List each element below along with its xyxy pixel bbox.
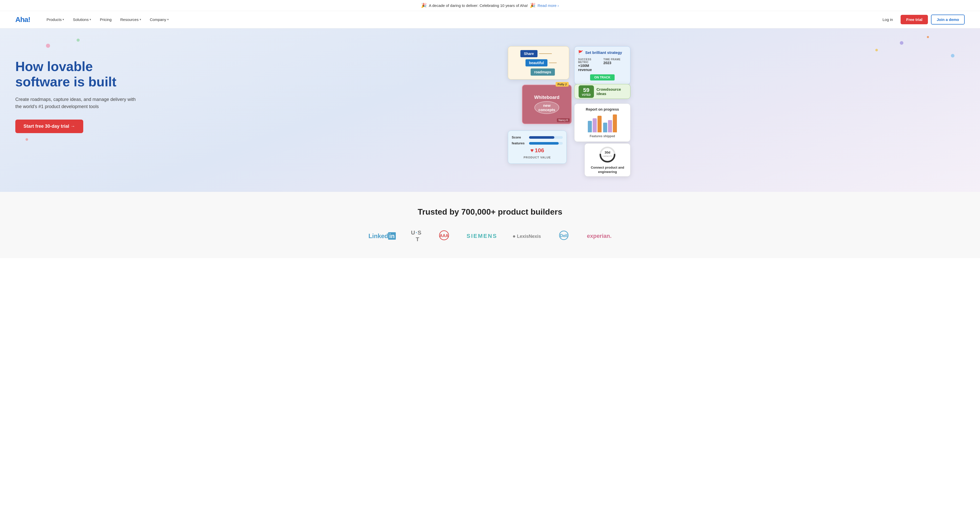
chevron-down-icon: ▾ — [62, 18, 64, 21]
svg-text:30d: 30d — [605, 150, 610, 154]
roadmap-items: Share beautiful roadmaps — [520, 50, 557, 76]
whiteboard-card: Polly J Whiteboard new concepts Nancy K — [522, 85, 572, 124]
chevron-down-icon: ▾ — [90, 18, 91, 21]
flag-icon: 🚩 — [578, 50, 583, 55]
svg-text:CAPACITY: CAPACITY — [602, 155, 612, 157]
nav-pricing[interactable]: Pricing — [96, 15, 115, 24]
logo-ust: U·ST — [411, 230, 422, 243]
capacity-dial: 30d CAPACITY — [598, 146, 616, 164]
nav-resources[interactable]: Resources ▾ — [117, 15, 145, 24]
login-button[interactable]: Log in — [878, 15, 897, 24]
chevron-down-icon: ▾ — [167, 18, 169, 21]
svg-text:AAA: AAA — [440, 233, 449, 238]
chevron-down-icon: ▾ — [140, 18, 141, 21]
on-track-badge: ON TRACK — [590, 74, 614, 80]
roadmap-tag-roadmaps: roadmaps — [531, 69, 555, 76]
cta-button[interactable]: Start free 30-day trial → — [15, 120, 83, 133]
svg-text:Dell: Dell — [560, 233, 568, 238]
roadmap-tag-beautiful: beautiful — [525, 59, 547, 67]
strategy-card: 🚩 Set brilliant strategy SUCCESS METRIC … — [574, 46, 630, 84]
report-title: Report on progress — [578, 107, 627, 112]
ui-cards-container: Share beautiful roadmaps Polly J Whitebo… — [508, 46, 630, 169]
logo-siemens: SIEMENS — [466, 233, 497, 239]
bar-2 — [593, 118, 597, 132]
voted-count: 59 VOTED — [579, 85, 594, 98]
wb-subtitle: new concepts — [535, 101, 560, 114]
trusted-title: Trusted by 700,000+ product builders — [15, 207, 965, 217]
free-trial-button[interactable]: Free trial — [900, 15, 928, 24]
wb-title: Whiteboard — [534, 95, 560, 100]
hero-right: Share beautiful roadmaps Polly J Whitebo… — [173, 44, 965, 171]
nav-solutions[interactable]: Solutions ▾ — [69, 15, 95, 24]
score-row-2: features — [512, 141, 563, 145]
score-bar-bg-2 — [529, 142, 563, 145]
bar-5 — [608, 120, 612, 132]
score-value: ♥ 106 — [512, 147, 563, 154]
report-subtitle: Features shipped — [578, 134, 627, 138]
bar-6 — [613, 115, 617, 132]
bar-4 — [603, 123, 607, 132]
decorative-dot — [46, 44, 50, 48]
trusted-section: Trusted by 700,000+ product builders Lin… — [0, 192, 980, 258]
wb-nancy-badge: Nancy K — [557, 118, 570, 122]
crowdsource-label: Crowdsource ideas — [597, 87, 626, 96]
connect-card: 30d CAPACITY Connect product and enginee… — [584, 144, 630, 177]
nav-items: Products ▾ Solutions ▾ Pricing Resources… — [43, 15, 868, 24]
nav-company[interactable]: Company ▾ — [146, 15, 172, 24]
strategy-grid: SUCCESS METRIC +100M revenue TIME FRAME … — [578, 58, 627, 72]
logo-aaa: AAA — [437, 230, 451, 242]
read-more-link[interactable]: Read more › — [538, 3, 559, 8]
report-chart — [578, 115, 627, 132]
product-value-label: PRODUCT VALUE — [512, 156, 563, 159]
score-bar-bg-1 — [529, 136, 563, 139]
join-demo-button[interactable]: Join a demo — [931, 14, 965, 24]
announcement-emoji-right: 🎉 — [530, 3, 535, 8]
announcement-text: A decade of daring to deliver: Celebrati… — [429, 3, 528, 8]
hero-title: How lovable software is built — [15, 59, 173, 90]
announcement-bar: 🎉 A decade of daring to deliver: Celebra… — [0, 0, 980, 11]
report-card: Report on progress Features shipped — [574, 104, 630, 142]
logo-dell: Dell — [556, 230, 571, 242]
decorative-dot — [927, 36, 929, 38]
score-card: Score features ♥ 106 PRODUCT VALUE — [508, 131, 566, 164]
bar-3 — [598, 116, 601, 132]
score-bar-fill-2 — [529, 142, 559, 145]
connect-label: Connect product and engineering — [589, 166, 626, 174]
announcement-emoji-left: 🎉 — [421, 3, 427, 8]
hero-left: How lovable software is built Create roa… — [15, 44, 173, 133]
strategy-header: 🚩 Set brilliant strategy — [578, 50, 627, 55]
roadmap-tag-share: Share — [520, 50, 538, 57]
logos-row: Linkedin U·ST AAA SIEMENS ● LexisNexis D… — [15, 230, 965, 243]
roadmap-card: Share beautiful roadmaps — [508, 46, 569, 80]
bar-1 — [588, 121, 592, 132]
logo-experian: experian. — [587, 233, 611, 239]
polly-badge: Polly J — [555, 82, 569, 87]
navbar: Aha! Products ▾ Solutions ▾ Pricing Reso… — [0, 11, 980, 28]
nav-products[interactable]: Products ▾ — [43, 15, 68, 24]
logo[interactable]: Aha! — [15, 16, 30, 24]
navbar-actions: Log in Free trial Join a demo — [878, 14, 965, 24]
score-bar-fill-1 — [529, 136, 554, 139]
logo-linkedin: Linkedin — [369, 233, 396, 240]
decorative-dot — [76, 38, 80, 41]
ideas-card: 59 VOTED Crowdsource ideas — [574, 84, 630, 99]
logo-lexisnexis: ● LexisNexis — [512, 233, 541, 239]
heart-icon: ♥ — [530, 147, 534, 154]
hero-section: How lovable software is built Create roa… — [0, 28, 980, 192]
decorative-dot — [25, 138, 28, 141]
score-row-1: Score — [512, 136, 563, 139]
hero-subtitle: Create roadmaps, capture ideas, and mana… — [15, 96, 143, 111]
